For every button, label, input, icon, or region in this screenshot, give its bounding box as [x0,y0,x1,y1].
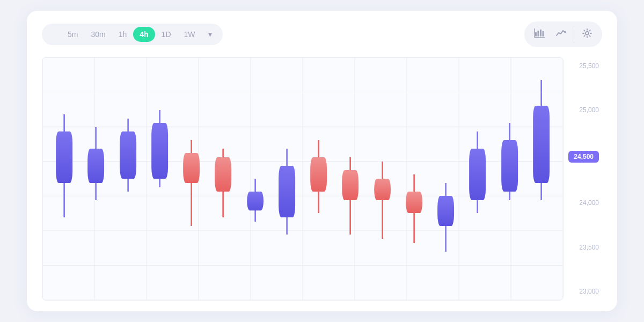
candle-group [435,63,457,295]
svg-rect-58 [533,106,550,183]
candle-group [53,63,75,295]
candle-group [85,63,107,295]
candle-group [117,63,139,295]
candle-group [466,63,488,295]
candle-svg [276,63,298,295]
candle-group [149,63,171,295]
svg-rect-28 [56,131,72,183]
candle-svg [212,63,234,295]
interval-4h-button[interactable]: 4h [133,27,155,42]
candle-svg [435,63,457,295]
candle-group [339,63,361,295]
chevron-down-icon: ▾ [208,30,212,39]
candle-svg [339,63,361,295]
candle-group [499,63,521,295]
candle-group [371,63,393,295]
candle-group [212,63,234,295]
svg-rect-40 [247,192,264,210]
candle-svg [149,63,171,295]
price-badge: 24,500 [568,151,599,163]
bar-chart-button[interactable] [530,25,549,44]
svg-rect-30 [87,149,104,183]
bar-chart-icon [534,28,545,41]
svg-point-6 [564,31,566,33]
y-axis-label: 23,500 [564,244,602,251]
svg-rect-36 [183,153,200,183]
chart-area: 25,50025,00024,50024,00023,50023,000 [42,57,602,301]
svg-rect-32 [120,131,136,179]
candle-group [244,63,266,295]
time-interval-selector: 5m30m1h4h1D1W ▾ [42,24,223,45]
y-axis-label: 25,000 [564,106,602,114]
candle-svg [308,63,330,295]
candle-svg [466,63,488,295]
interval-1D-button[interactable]: 1D [155,27,178,42]
svg-rect-34 [151,123,168,179]
svg-rect-3 [543,31,544,36]
interval-1h-button[interactable]: 1h [112,27,134,42]
svg-rect-0 [535,32,537,36]
interval-5m-button[interactable]: 5m [61,27,84,42]
svg-rect-38 [215,157,231,192]
y-axis-label: 24,000 [564,199,602,207]
more-intervals-button[interactable]: ▾ [203,27,217,42]
y-axis-label: 24,500 [564,151,602,163]
svg-rect-52 [437,196,454,226]
svg-rect-54 [469,149,486,200]
toolbar: 5m30m1h4h1D1W ▾ [42,21,602,47]
candle-svg [53,63,75,295]
interval-30m-button[interactable]: 30m [84,27,112,42]
candle-svg [180,63,202,295]
settings-button[interactable] [577,25,597,44]
candle-group [308,63,330,295]
candle-group [276,63,298,295]
svg-rect-46 [342,170,358,200]
candle-group [530,63,552,295]
svg-rect-42 [279,166,295,217]
candle-group [403,63,425,295]
svg-point-7 [586,32,589,35]
y-axis-label: 25,500 [564,62,602,70]
candle-svg [85,63,107,295]
y-axis: 25,50025,00024,50024,00023,50023,000 [564,57,602,301]
interval-1W-button[interactable]: 1W [178,27,202,42]
chart-type-selector [524,21,602,47]
candle-svg [499,63,521,295]
svg-rect-48 [374,179,391,200]
line-chart-button[interactable] [551,25,570,44]
chart-canvas[interactable] [42,57,564,301]
settings-icon [582,28,592,40]
y-axis-label: 23,000 [564,288,602,295]
svg-rect-1 [538,31,539,36]
line-chart-icon [555,28,566,41]
candle-svg [530,63,552,295]
chart-card: 5m30m1h4h1D1W ▾ [27,11,617,311]
svg-rect-50 [406,192,422,213]
candle-svg [117,63,139,295]
svg-rect-2 [540,30,541,36]
interval-buttons: 5m30m1h4h1D1W [61,27,202,42]
time-label [47,31,60,38]
candles-container [42,57,563,300]
candle-group [180,63,202,295]
svg-rect-56 [501,140,518,192]
candle-svg [403,63,425,295]
svg-rect-44 [310,157,327,192]
candle-svg [244,63,266,295]
candle-svg [371,63,393,295]
toolbar-divider [574,28,574,40]
